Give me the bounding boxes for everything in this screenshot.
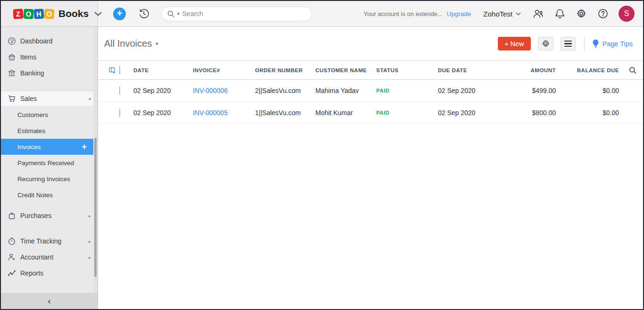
dashboard-icon: [7, 37, 16, 45]
row-checkbox[interactable]: [119, 86, 120, 95]
purchases-bag-icon: [7, 211, 16, 220]
sidebar-item-sales[interactable]: Sales ▾: [1, 91, 98, 107]
cell-date: 02 Sep 2020: [133, 109, 193, 117]
sidebar-item-estimates[interactable]: Estimates: [1, 123, 98, 139]
topbar-main: + ▾ Your account is on extende... Upgrad…: [98, 1, 643, 26]
recent-history-icon[interactable]: [139, 8, 149, 19]
col-header-order-number[interactable]: ORDER NUMBER: [255, 67, 315, 73]
logo-tile-o2: O: [44, 8, 54, 19]
global-search: ▾: [161, 7, 312, 21]
org-switcher[interactable]: ZohoTest: [483, 10, 521, 18]
cell-order-number: 2||SalesVu.com: [255, 87, 315, 94]
page-title: All Invoices: [104, 38, 152, 49]
sidebar-item-banking[interactable]: Banking: [1, 65, 98, 81]
sidebar-item-customers[interactable]: Customers: [1, 107, 98, 123]
sidebar-label: Purchases: [20, 212, 51, 219]
org-name-text: ZohoTest: [483, 10, 512, 18]
sidebar-nav: Dashboard Items: [1, 27, 98, 281]
bulb-icon: [592, 39, 599, 48]
page-tips-label: Page Tips: [603, 40, 633, 48]
col-header-invoice[interactable]: INVOICE#: [193, 67, 255, 73]
sidebar-item-recurring-invoices[interactable]: Recurring Invoices: [1, 171, 98, 187]
sidebar-label: Invoices: [17, 143, 41, 151]
user-avatar[interactable]: S: [619, 6, 635, 22]
zoho-books-logo[interactable]: Z O H O Books: [1, 1, 98, 26]
list-settings-button[interactable]: [538, 37, 553, 50]
list-view-menu-button[interactable]: [561, 37, 576, 50]
sales-cart-icon: [7, 94, 16, 103]
sidebar-item-purchases[interactable]: Purchases ▸: [1, 208, 98, 224]
column-customize-icon[interactable]: [109, 67, 119, 74]
col-header-due-date[interactable]: DUE DATE: [438, 67, 523, 73]
new-invoice-button[interactable]: + New: [498, 37, 531, 50]
sidebar-item-payments-received[interactable]: Payments Received: [1, 155, 98, 171]
notifications-bell-icon[interactable]: [555, 8, 565, 19]
users-icon[interactable]: [532, 8, 544, 19]
sidebar-label: Accountant: [20, 253, 53, 261]
logo-tile-z: Z: [13, 8, 23, 19]
upgrade-link[interactable]: Upgrade: [447, 10, 471, 17]
sidebar-scrollbar[interactable]: [93, 27, 98, 293]
sidebar-item-reports[interactable]: Reports: [1, 265, 98, 281]
collapse-left-icon: ‹: [48, 296, 51, 306]
sidebar-label: Payments Received: [17, 159, 74, 167]
col-header-status[interactable]: STATUS: [376, 67, 438, 73]
col-header-balance-due[interactable]: BALANCE DUE: [556, 67, 619, 73]
cell-amount: $499.00: [523, 87, 556, 94]
sidebar-item-credit-notes[interactable]: Credit Notes: [1, 187, 98, 203]
sidebar-item-time-tracking[interactable]: Time Tracking ▸: [1, 233, 98, 249]
col-header-customer-name[interactable]: CUSTOMER NAME: [315, 67, 376, 73]
search-scope-dropdown[interactable]: ▾: [177, 11, 180, 16]
row-checkbox[interactable]: [119, 109, 120, 117]
quick-create-button[interactable]: +: [113, 8, 126, 20]
sidebar-label: Banking: [20, 69, 44, 77]
table-header-row: DATE INVOICE# ORDER NUMBER CUSTOMER NAME…: [99, 61, 643, 80]
sidebar-label: Reports: [20, 269, 43, 277]
settings-gear-icon[interactable]: [576, 8, 586, 19]
page-title-dropdown[interactable]: All Invoices ▾: [104, 38, 158, 49]
sidebar-item-dashboard[interactable]: Dashboard: [1, 33, 98, 49]
bank-icon: [7, 69, 16, 77]
chevron-right-icon: ▸: [89, 213, 91, 218]
cell-invoice-link[interactable]: INV-000006: [193, 87, 255, 94]
col-header-date[interactable]: DATE: [133, 67, 193, 73]
plus-icon: +: [117, 8, 123, 18]
sidebar-item-accountant[interactable]: Accountant ▸: [1, 249, 98, 265]
sidebar-item-items[interactable]: Items: [1, 49, 98, 65]
sidebar-label: Time Tracking: [20, 237, 61, 245]
zoho-logo-tiles: Z O H O: [13, 9, 54, 19]
cell-balance-due: $0.00: [556, 87, 619, 94]
cell-invoice-link[interactable]: INV-000005: [193, 109, 255, 117]
accountant-person-icon: [7, 253, 16, 261]
search-input[interactable]: [182, 10, 291, 17]
search-icon: [167, 10, 174, 17]
cell-amount: $800.00: [523, 109, 556, 117]
sidebar-label: Estimates: [17, 127, 45, 134]
logo-tile-o1: O: [23, 8, 33, 19]
stopwatch-icon: [7, 237, 16, 245]
table-search-icon[interactable]: [619, 67, 643, 74]
sidebar-item-invoices[interactable]: Invoices +: [1, 139, 93, 155]
help-icon[interactable]: [598, 8, 608, 19]
col-header-amount[interactable]: AMOUNT: [523, 67, 556, 73]
sidebar-label: Recurring Invoices: [17, 176, 70, 183]
logo-product-name: Books: [58, 8, 89, 19]
sidebar-collapse-button[interactable]: ‹: [1, 293, 98, 309]
chevron-right-icon: ▸: [89, 239, 91, 244]
select-all-checkbox[interactable]: [119, 66, 120, 75]
account-notice-text: Your account is on extende...: [363, 10, 442, 17]
invoices-table: DATE INVOICE# ORDER NUMBER CUSTOMER NAME…: [99, 60, 643, 124]
table-row[interactable]: 02 Sep 2020 INV-000006 2||SalesVu.com Ma…: [99, 80, 643, 102]
main-content: All Invoices ▾ + New: [99, 27, 643, 309]
add-invoice-icon[interactable]: +: [82, 142, 87, 152]
sidebar-label: Items: [20, 53, 36, 61]
sidebar-scrollbar-thumb[interactable]: [94, 138, 97, 277]
status-badge: PAID: [376, 110, 438, 116]
table-row[interactable]: 02 Sep 2020 INV-000005 1||SalesVu.com Mo…: [99, 102, 643, 124]
chevron-down-icon: ▾: [89, 96, 91, 101]
page-tips-link[interactable]: Page Tips: [592, 39, 633, 48]
sidebar-label: Sales: [20, 95, 37, 102]
cell-due-date: 02 Sep 2020: [438, 109, 523, 117]
topbar: Z O H O Books +: [1, 1, 643, 27]
sidebar-label: Dashboard: [20, 37, 53, 45]
